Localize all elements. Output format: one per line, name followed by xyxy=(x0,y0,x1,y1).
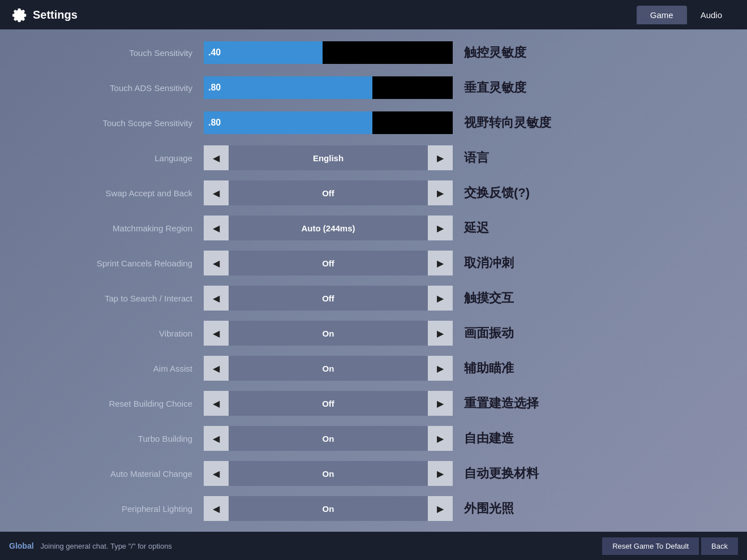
arrow-left-matchmaking-region[interactable]: ◀ xyxy=(204,216,229,240)
setting-label-tap-to-search: Tap to Search / Interact xyxy=(11,294,204,303)
chinese-annotation-touch-scope-sensitivity: 视野转向灵敏度 xyxy=(453,114,611,131)
chinese-annotation-vibration: 画面振动 xyxy=(453,325,611,342)
arrow-right-peripheral-lighting[interactable]: ▶ xyxy=(428,496,453,521)
arrow-left-swap-accept-back[interactable]: ◀ xyxy=(204,180,229,205)
selector-value-auto-material-change: On xyxy=(229,461,428,486)
arrow-left-turbo-building[interactable]: ◀ xyxy=(204,426,229,451)
slider-touch-ads-sensitivity[interactable]: .80 xyxy=(204,76,402,99)
selector-value-tap-to-search: Off xyxy=(229,286,428,311)
selector-aim-assist: ◀On▶ xyxy=(204,356,453,381)
selector-value-language: English xyxy=(229,145,428,170)
setting-row-touch-scope-sensitivity: Touch Scope Sensitivity.80视野转向灵敏度 xyxy=(0,105,747,140)
selector-reset-building-choice: ◀Off▶ xyxy=(204,391,453,416)
chinese-annotation-matchmaking-region: 延迟 xyxy=(453,219,611,236)
arrow-left-reset-building-choice[interactable]: ◀ xyxy=(204,391,229,416)
setting-row-aim-assist: Aim Assist◀On▶辅助瞄准 xyxy=(0,351,747,386)
selector-language: ◀English▶ xyxy=(204,145,453,170)
setting-row-sprint-cancels-reloading: Sprint Cancels Reloading◀Off▶取消冲刺 xyxy=(0,245,747,281)
selector-turbo-building: ◀On▶ xyxy=(204,426,453,451)
selector-peripheral-lighting: ◀On▶ xyxy=(204,496,453,521)
reset-game-button[interactable]: Reset Game To Default xyxy=(602,537,699,555)
setting-label-language: Language xyxy=(11,153,204,163)
selector-sprint-cancels-reloading: ◀Off▶ xyxy=(204,251,453,275)
setting-row-reset-building-choice: Reset Building Choice◀Off▶重置建造选择 xyxy=(0,386,747,421)
selector-value-reset-building-choice: Off xyxy=(229,391,428,416)
settings-rows: Touch Sensitivity.40触控灵敏度Touch ADS Sensi… xyxy=(0,35,747,532)
arrow-right-auto-material-change[interactable]: ▶ xyxy=(428,461,453,486)
selector-value-peripheral-lighting: On xyxy=(229,496,428,521)
setting-label-turbo-building: Turbo Building xyxy=(11,434,204,443)
setting-row-language: Language◀English▶语言 xyxy=(0,140,747,175)
bottom-buttons: Reset Game To Default Back xyxy=(602,537,738,555)
selector-auto-material-change: ◀On▶ xyxy=(204,461,453,486)
chinese-annotation-turbo-building: 自由建造 xyxy=(453,430,611,447)
chinese-annotation-touch-sensitivity: 触控灵敏度 xyxy=(453,44,611,61)
selector-value-swap-accept-back: Off xyxy=(229,180,428,205)
setting-label-aim-assist: Aim Assist xyxy=(11,364,204,373)
slider-black-touch-scope-sensitivity xyxy=(402,111,453,134)
setting-row-vibration: Vibration◀On▶画面振动 xyxy=(0,316,747,351)
chinese-annotation-swap-accept-back: 交换反馈(?) xyxy=(453,184,611,201)
arrow-right-matchmaking-region[interactable]: ▶ xyxy=(428,216,453,240)
setting-label-touch-scope-sensitivity: Touch Scope Sensitivity xyxy=(11,118,204,128)
arrow-right-sprint-cancels-reloading[interactable]: ▶ xyxy=(428,251,453,275)
setting-row-turbo-building: Turbo Building◀On▶自由建造 xyxy=(0,421,747,456)
setting-label-peripheral-lighting: Peripheral Lighting xyxy=(11,504,204,514)
selector-value-turbo-building: On xyxy=(229,426,428,451)
setting-label-touch-ads-sensitivity: Touch ADS Sensitivity xyxy=(11,83,204,93)
chinese-annotation-touch-ads-sensitivity: 垂直灵敏度 xyxy=(453,79,611,96)
selector-value-matchmaking-region: Auto (244ms) xyxy=(229,216,428,240)
back-button[interactable]: Back xyxy=(701,537,738,555)
selector-vibration: ◀On▶ xyxy=(204,321,453,346)
page-title: Settings xyxy=(33,8,637,21)
gear-icon xyxy=(11,7,27,23)
chinese-annotation-auto-material-change: 自动更换材料 xyxy=(453,465,611,482)
arrow-right-turbo-building[interactable]: ▶ xyxy=(428,426,453,451)
chinese-annotation-language: 语言 xyxy=(453,149,611,166)
chat-message: Joining general chat. Type "/" for optio… xyxy=(41,542,603,550)
arrow-right-tap-to-search[interactable]: ▶ xyxy=(428,286,453,311)
setting-label-vibration: Vibration xyxy=(11,329,204,338)
setting-label-touch-sensitivity: Touch Sensitivity xyxy=(11,48,204,58)
tab-audio[interactable]: Audio xyxy=(687,6,736,24)
selector-value-vibration: On xyxy=(229,321,428,346)
slider-black-touch-ads-sensitivity xyxy=(402,76,453,99)
arrow-left-aim-assist[interactable]: ◀ xyxy=(204,356,229,381)
setting-label-sprint-cancels-reloading: Sprint Cancels Reloading xyxy=(11,259,204,268)
selector-matchmaking-region: ◀Auto (244ms)▶ xyxy=(204,216,453,240)
main-content: Touch Sensitivity.40触控灵敏度Touch ADS Sensi… xyxy=(0,29,747,532)
chinese-annotation-peripheral-lighting: 外围光照 xyxy=(453,500,611,517)
setting-label-auto-material-change: Auto Material Change xyxy=(11,469,204,479)
arrow-right-aim-assist[interactable]: ▶ xyxy=(428,356,453,381)
arrow-right-reset-building-choice[interactable]: ▶ xyxy=(428,391,453,416)
selector-value-aim-assist: On xyxy=(229,356,428,381)
slider-touch-scope-sensitivity[interactable]: .80 xyxy=(204,111,402,134)
tab-game[interactable]: Game xyxy=(637,6,687,24)
arrow-left-peripheral-lighting[interactable]: ◀ xyxy=(204,496,229,521)
setting-label-swap-accept-back: Swap Accept and Back xyxy=(11,188,204,198)
slider-black-touch-sensitivity xyxy=(402,41,453,64)
setting-row-touch-sensitivity: Touch Sensitivity.40触控灵敏度 xyxy=(0,35,747,70)
global-label: Global xyxy=(9,541,34,550)
arrow-right-vibration[interactable]: ▶ xyxy=(428,321,453,346)
setting-row-peripheral-lighting: Peripheral Lighting◀On▶外围光照 xyxy=(0,491,747,526)
arrow-right-swap-accept-back[interactable]: ▶ xyxy=(428,180,453,205)
setting-row-swap-accept-back: Swap Accept and Back◀Off▶交换反馈(?) xyxy=(0,175,747,210)
selector-tap-to-search: ◀Off▶ xyxy=(204,286,453,311)
setting-row-matchmaking-region: Matchmaking Region◀Auto (244ms)▶延迟 xyxy=(0,210,747,245)
chinese-annotation-sprint-cancels-reloading: 取消冲刺 xyxy=(453,255,611,272)
setting-row-touch-ads-sensitivity: Touch ADS Sensitivity.80垂直灵敏度 xyxy=(0,70,747,105)
bottom-bar: Global Joining general chat. Type "/" fo… xyxy=(0,532,747,560)
arrow-left-auto-material-change[interactable]: ◀ xyxy=(204,461,229,486)
slider-touch-sensitivity[interactable]: .40 xyxy=(204,41,402,64)
selector-swap-accept-back: ◀Off▶ xyxy=(204,180,453,205)
arrow-left-tap-to-search[interactable]: ◀ xyxy=(204,286,229,311)
setting-row-tap-to-search: Tap to Search / Interact◀Off▶触摸交互 xyxy=(0,281,747,316)
arrow-left-vibration[interactable]: ◀ xyxy=(204,321,229,346)
setting-label-matchmaking-region: Matchmaking Region xyxy=(11,223,204,233)
arrow-right-language[interactable]: ▶ xyxy=(428,145,453,170)
setting-row-auto-material-change: Auto Material Change◀On▶自动更换材料 xyxy=(0,456,747,491)
setting-label-reset-building-choice: Reset Building Choice xyxy=(11,399,204,408)
arrow-left-sprint-cancels-reloading[interactable]: ◀ xyxy=(204,251,229,275)
arrow-left-language[interactable]: ◀ xyxy=(204,145,229,170)
